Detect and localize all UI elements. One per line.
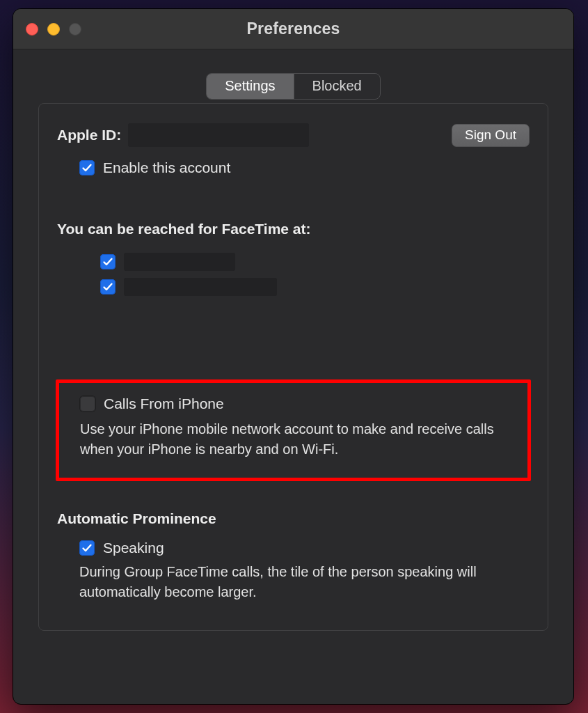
reach-list [100, 253, 530, 296]
reach-item-1-checkbox[interactable] [100, 254, 116, 269]
window-title: Preferences [247, 19, 340, 38]
settings-group: Apple ID: Sign Out Enable this account Y… [38, 103, 548, 631]
zoom-window-button[interactable] [69, 23, 81, 36]
tab-blocked[interactable]: Blocked [294, 74, 380, 99]
calls-from-iphone-row: Calls From iPhone [80, 395, 512, 412]
checkmark-icon [81, 542, 93, 554]
reach-item-1 [100, 253, 530, 271]
calls-from-iphone-checkbox[interactable] [80, 396, 95, 412]
minimize-window-button[interactable] [47, 23, 60, 36]
calls-from-iphone-description: Use your iPhone mobile network account t… [80, 419, 512, 460]
enable-account-label: Enable this account [103, 159, 230, 176]
reach-item-2-value [124, 278, 277, 296]
titlebar: Preferences [13, 9, 573, 49]
automatic-prominence-heading: Automatic Prominence [57, 510, 530, 527]
apple-id-value [128, 123, 309, 147]
content-area: Settings Blocked Apple ID: Sign Out Enab… [13, 49, 573, 631]
close-window-button[interactable] [26, 23, 38, 36]
reach-item-2-checkbox[interactable] [100, 279, 116, 295]
speaking-description: During Group FaceTime calls, the tile of… [79, 562, 525, 602]
apple-id-row: Apple ID: Sign Out [57, 123, 530, 147]
reach-heading: You can be reached for FaceTime at: [57, 221, 530, 237]
tabs-container: Settings Blocked [38, 73, 548, 100]
desktop-background: Preferences Settings Blocked Apple ID: S… [0, 0, 588, 713]
automatic-prominence-section: Automatic Prominence Speaking During Gro… [57, 510, 530, 602]
highlight-annotation: Calls From iPhone Use your iPhone mobile… [56, 379, 531, 481]
enable-account-checkbox[interactable] [79, 160, 95, 175]
checkmark-icon [102, 256, 113, 267]
calls-from-iphone-label: Calls From iPhone [104, 395, 224, 412]
window-controls [26, 23, 81, 36]
sign-out-button[interactable]: Sign Out [452, 124, 530, 147]
tab-settings[interactable]: Settings [207, 74, 293, 99]
checkmark-icon [81, 162, 93, 173]
preferences-window: Preferences Settings Blocked Apple ID: S… [13, 8, 574, 705]
speaking-label: Speaking [103, 540, 164, 556]
enable-account-row: Enable this account [79, 159, 530, 176]
reach-item-1-value [124, 253, 235, 271]
reach-item-2 [100, 278, 530, 296]
speaking-checkbox[interactable] [79, 540, 95, 556]
tabs: Settings Blocked [206, 73, 380, 100]
apple-id-label: Apple ID: [57, 127, 121, 143]
checkmark-icon [102, 281, 113, 292]
